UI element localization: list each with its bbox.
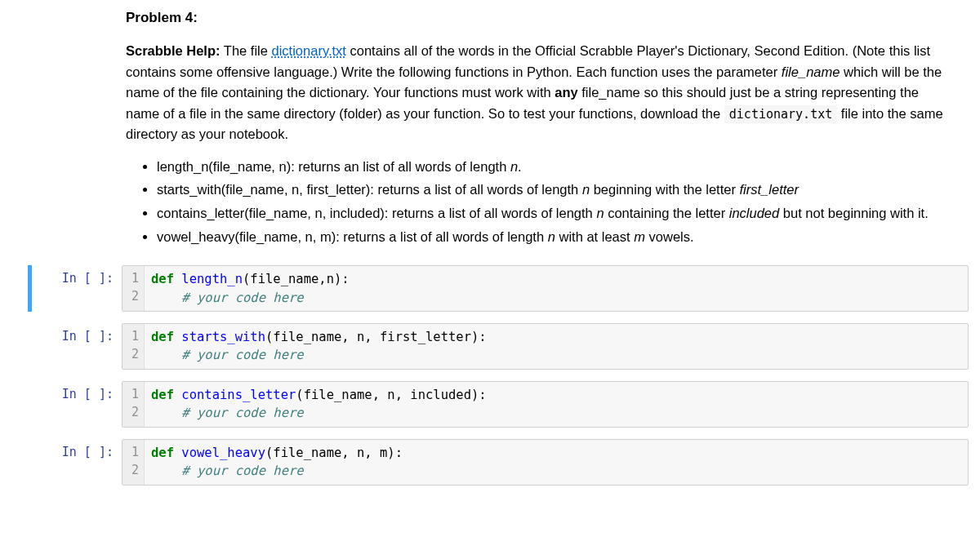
code-content[interactable]: def contains_letter(file_name, n, includ… [145, 382, 493, 427]
line-number-gutter: 12 [122, 382, 145, 427]
line-number-gutter: 12 [122, 266, 145, 311]
code-content[interactable]: def starts_with(file_name, n, first_lett… [145, 324, 493, 369]
input-prompt: In [ ]: [32, 323, 122, 370]
markdown-cell: Problem 4: Scrabble Help: The file dicti… [126, 10, 952, 247]
input-prompt: In [ ]: [32, 265, 122, 312]
problem-description: Scrabble Help: The file dictionary.txt c… [126, 41, 952, 145]
spec-item: vowel_heavy(file_name, n, m): returns a … [157, 227, 952, 248]
code-content[interactable]: def vowel_heavy(file_name, n, m): # your… [145, 440, 409, 485]
dictionary-link[interactable]: dictionary.txt [272, 43, 346, 58]
spec-item: contains_letter(file_name, n, included):… [157, 203, 952, 224]
code-editor[interactable]: 12 def contains_letter(file_name, n, inc… [122, 381, 969, 428]
spec-item: starts_with(file_name, n, first_letter):… [157, 180, 952, 201]
code-cell[interactable]: In [ ]: 12 def vowel_heavy(file_name, n,… [28, 439, 969, 486]
code-editor[interactable]: 12 def vowel_heavy(file_name, n, m): # y… [122, 439, 969, 486]
input-prompt: In [ ]: [32, 439, 122, 486]
code-editor[interactable]: 12 def length_n(file_name,n): # your cod… [122, 265, 969, 312]
code-cell[interactable]: In [ ]: 12 def starts_with(file_name, n,… [28, 323, 969, 370]
code-cell[interactable]: In [ ]: 12 def contains_letter(file_name… [28, 381, 969, 428]
code-editor[interactable]: 12 def starts_with(file_name, n, first_l… [122, 323, 969, 370]
spec-item: length_n(file_name, n): returns an list … [157, 157, 952, 178]
scrabble-help-label: Scrabble Help: [126, 43, 220, 58]
line-number-gutter: 12 [122, 324, 145, 369]
line-number-gutter: 12 [122, 440, 145, 485]
inline-code-filename: dictionary.txt [724, 105, 837, 123]
problem-title: Problem 4: [126, 10, 952, 26]
input-prompt: In [ ]: [32, 381, 122, 428]
function-spec-list: length_n(file_name, n): returns an list … [126, 157, 952, 247]
code-cell[interactable]: In [ ]: 12 def length_n(file_name,n): # … [28, 265, 969, 312]
code-content[interactable]: def length_n(file_name,n): # your code h… [145, 266, 356, 311]
